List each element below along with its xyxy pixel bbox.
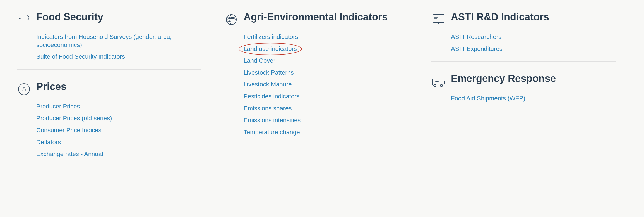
link-producer-prices-old[interactable]: Producer Prices (old series)	[36, 114, 201, 122]
link-deflators[interactable]: Deflators	[36, 138, 201, 147]
agri-environmental-title: Agri-Environmental Indicators	[244, 11, 388, 23]
link-land-cover[interactable]: Land Cover	[244, 57, 409, 65]
emergency-response-header: Emergency Response	[431, 73, 616, 88]
link-suite-food-security[interactable]: Suite of Food Security Indicators	[36, 53, 201, 61]
link-producer-prices[interactable]: Producer Prices	[36, 103, 201, 111]
link-food-aid-shipments[interactable]: Food Aid Shipments (WFP)	[451, 95, 616, 103]
emergency-response-links: Food Aid Shipments (WFP)	[431, 95, 616, 103]
column-asti-emergency: ASTI R&D Indicators ASTI-Researchers AST…	[420, 11, 627, 206]
agri-environmental-links: Fertilizers indicators Land use indicato…	[224, 33, 409, 136]
globe-leaf-icon	[224, 12, 239, 27]
prices-header: $ Prices	[17, 81, 201, 96]
food-security-links: Indicators from Household Surveys (gende…	[17, 33, 201, 61]
asti-rd-title: ASTI R&D Indicators	[451, 11, 549, 23]
section-prices: $ Prices Producer Prices Producer Prices…	[17, 81, 201, 167]
link-household-surveys[interactable]: Indicators from Household Surveys (gende…	[36, 33, 201, 49]
link-livestock-manure[interactable]: Livestock Manure	[244, 81, 409, 89]
prices-links: Producer Prices Producer Prices (old ser…	[17, 103, 201, 158]
land-use-indicators-highlight: Land use indicators	[244, 45, 297, 53]
link-consumer-price-indices[interactable]: Consumer Price Indices	[36, 126, 201, 135]
link-land-use-indicators[interactable]: Land use indicators	[244, 45, 409, 53]
ambulance-icon	[431, 74, 446, 88]
svg-text:$: $	[22, 86, 26, 93]
prices-title: Prices	[36, 81, 66, 92]
asti-rd-header: ASTI R&D Indicators	[431, 11, 616, 27]
svg-rect-5	[433, 15, 444, 22]
link-asti-researchers[interactable]: ASTI-Researchers	[451, 33, 616, 41]
link-pesticides-indicators[interactable]: Pesticides indicators	[244, 93, 409, 101]
asti-rd-links: ASTI-Researchers ASTI-Expenditures	[431, 33, 616, 53]
section-emergency-response: Emergency Response Food Aid Shipments (W…	[431, 73, 616, 111]
column-agri-environmental: Agri-Environmental Indicators Fertilizer…	[213, 11, 420, 206]
link-fertilizers-indicators[interactable]: Fertilizers indicators	[244, 33, 409, 41]
emergency-response-title: Emergency Response	[451, 73, 556, 84]
link-emissions-shares[interactable]: Emissions shares	[244, 105, 409, 113]
agri-environmental-header: Agri-Environmental Indicators	[224, 11, 409, 27]
section-asti-rd: ASTI R&D Indicators ASTI-Researchers AST…	[431, 11, 616, 62]
fork-knife-icon	[17, 12, 31, 27]
link-emissions-intensities[interactable]: Emissions intensities	[244, 116, 409, 124]
column-food-security-prices: Food Security Indicators from Household …	[17, 11, 213, 206]
monitor-icon	[431, 12, 446, 27]
section-food-security: Food Security Indicators from Household …	[17, 11, 201, 70]
dollar-circle-icon: $	[17, 82, 31, 96]
link-livestock-patterns[interactable]: Livestock Patterns	[244, 69, 409, 77]
food-security-header: Food Security	[17, 11, 201, 27]
link-asti-expenditures[interactable]: ASTI-Expenditures	[451, 45, 616, 53]
food-security-title: Food Security	[36, 11, 103, 23]
svg-point-4	[226, 15, 236, 25]
link-temperature-change[interactable]: Temperature change	[244, 128, 409, 136]
page-wrapper: Food Security Indicators from Household …	[0, 0, 644, 217]
section-agri-environmental: Agri-Environmental Indicators Fertilizer…	[224, 11, 409, 145]
link-exchange-rates[interactable]: Exchange rates - Annual	[36, 150, 201, 158]
